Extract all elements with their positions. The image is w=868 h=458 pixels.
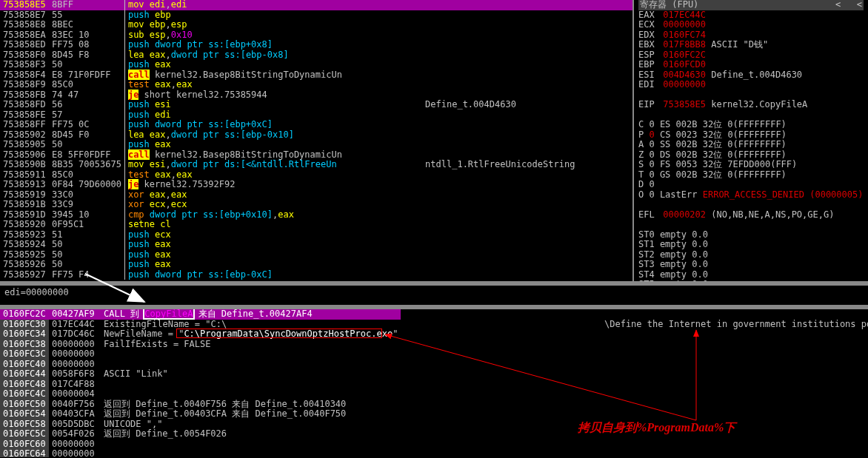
register-line: ST3 empty 0.0 <box>638 260 864 270</box>
disasm-row[interactable]: 753858E58BFFmov edi,edi <box>0 0 632 10</box>
stack-row[interactable]: 0160FC3C00000000 <box>0 349 401 360</box>
stack-row[interactable]: 0160FC58005D5DBCUNICODE "," <box>0 420 401 430</box>
disassembly-pane[interactable]: 753858E58BFFmov edi,edi753858E755push eb… <box>0 0 632 281</box>
stack-row[interactable]: 0160FC5C0054F026返回到 Define_t.0054F026 <box>0 429 401 440</box>
register-line <box>638 200 864 210</box>
register-line: D 0 <box>638 180 864 190</box>
register-line: EIP 753858E5 kernel32.CopyFileA <box>638 100 864 110</box>
disasm-row[interactable]: 753858FD56push esiDefine_t.004D4630 <box>0 100 632 110</box>
register-line: C 0 ES 002B 32位 0(FFFFFFFF) <box>638 120 864 130</box>
register-line <box>638 110 864 121</box>
register-line: T 0 GS 002B 32位 0(FFFFFFFF) <box>638 170 864 181</box>
disasm-row[interactable]: 75385906E8 5FF0FDFFcall kernel32.Basep8B… <box>0 150 632 161</box>
stack-row[interactable]: 0160FC6400000000 <box>0 449 401 457</box>
stack-pane[interactable]: 0160FC2C00427AF9CALL 到 CopyFileA 来自 Defi… <box>0 309 868 457</box>
disasm-row[interactable]: 7538592650push eax <box>0 260 632 270</box>
register-line: Z 0 DS 002B 32位 0(FFFFFFFF) <box>638 150 864 161</box>
register-line: EBX 017F8BB8 ASCII "D钱" <box>638 40 864 50</box>
disasm-row[interactable]: 753858EDFF75 08push dword ptr ss:[ebp+0x… <box>0 40 632 50</box>
stack-row[interactable]: 0160FC5400403CFA返回到 Define_t.00403CFA 来自… <box>0 409 401 420</box>
disasm-row[interactable]: 753859028D45 F0lea eax,dword ptr ss:[ebp… <box>0 130 632 141</box>
register-line: EAX 017EC44C <box>638 10 864 21</box>
disasm-row[interactable]: 7538592550push eax <box>0 250 632 260</box>
svg-line-0 <box>385 334 696 420</box>
highlight-box-newfilename <box>176 329 382 338</box>
register-line <box>638 220 864 230</box>
stack-row[interactable]: 0160FC4C00000004 <box>0 389 401 400</box>
disasm-row[interactable]: 753859200F95C1setne cl <box>0 220 632 230</box>
disasm-row[interactable]: 75385927FF75 F4push dword ptr ss:[ebp-0x… <box>0 270 632 280</box>
register-line: ST2 empty 0.0 <box>638 250 864 260</box>
register-line: ST0 empty 0.0 <box>638 230 864 240</box>
register-line: O 0 LastErr ERROR_ACCESS_DENIED (0000000… <box>638 190 864 201</box>
disasm-row[interactable]: 753858F4E8 71F0FDFFcall kernel32.Basep8B… <box>0 70 632 81</box>
register-line: A 0 SS 002B 32位 0(FFFFFFFF) <box>638 140 864 150</box>
disasm-row[interactable]: 753859130F84 79D60000je kernel32.75392F9… <box>0 180 632 190</box>
disasm-row[interactable]: 753858E88BECmov ebp,esp <box>0 20 632 30</box>
disasm-row[interactable]: 753858F350push eax <box>0 60 632 70</box>
stack-row[interactable]: 0160FC440058F6F8ASCII "Link" <box>0 369 401 380</box>
disasm-row[interactable]: 753858FB74 47je short kernel32.75385944 <box>0 90 632 101</box>
register-line: ST5 empty 0.0 <box>638 280 864 281</box>
disasm-row[interactable]: 7538591B33C9xor ecx,ecx <box>0 200 632 210</box>
disasm-row[interactable]: 753858E755push ebp <box>0 10 632 21</box>
disasm-row[interactable]: 753858FFFF75 0Cpush dword ptr ss:[ebp+0x… <box>0 120 632 130</box>
register-line: EFL 00000202 (NO,NB,NE,A,NS,PO,GE,G) <box>638 210 864 220</box>
stack-row[interactable]: 0160FC3800000000FailIfExists = FALSE <box>0 340 401 350</box>
register-line: EDI 00000000 <box>638 80 864 90</box>
disasm-row[interactable]: 7538590550push eax <box>0 140 632 150</box>
disasm-row[interactable]: 7538591185C0test eax,eax <box>0 170 632 181</box>
red-annotation-text: 拷贝自身到%ProgramData%下 <box>578 420 735 436</box>
register-line: EDX 0160FC74 <box>638 30 864 41</box>
disasm-row[interactable]: 7538591933C0xor eax,eax <box>0 190 632 201</box>
stack-row[interactable]: 0160FC6000000000 <box>0 440 401 450</box>
register-line: ECX 00000000 <box>638 20 864 30</box>
register-line: ST1 empty 0.0 <box>638 240 864 250</box>
stack-row[interactable]: 0160FC30017EC44CExistingFileName = "C:\\… <box>0 320 401 330</box>
stack-row[interactable]: 0160FC4000000000 <box>0 360 401 370</box>
disasm-row[interactable]: 753858F985C0test eax,eax <box>0 80 632 90</box>
register-line <box>638 90 864 101</box>
registers-pane[interactable]: 寄存器 (FPU)< < EAX 017EC44C ECX 00000000 E… <box>634 0 868 281</box>
disasm-row[interactable]: 7538590B8B35 70053675mov esi,dword ptr d… <box>0 160 632 170</box>
stack-row[interactable]: 0160FC48017C4F88 <box>0 380 401 390</box>
disasm-row[interactable]: 7538592351push ecx <box>0 230 632 240</box>
register-line: ESI 004D4630 Define_t.004D4630 <box>638 70 864 81</box>
disasm-row[interactable]: 7538592450push eax <box>0 240 632 250</box>
registers-title: 寄存器 (FPU)< < <box>638 0 864 10</box>
register-line: S 0 FS 0053 32位 7EFDD000(FFF) <box>638 160 864 170</box>
disasm-row[interactable]: 753858EA83EC 10sub esp,0x10 <box>0 30 632 41</box>
register-line: ST4 empty 0.0 <box>638 270 864 280</box>
stack-row[interactable]: 0160FC500040F756返回到 Define_t.0040F756 来自… <box>0 400 401 410</box>
disasm-row[interactable]: 753858F08D45 F8lea eax,dword ptr ss:[ebp… <box>0 50 632 61</box>
info-line: edi=00000000 <box>0 286 868 305</box>
disasm-row[interactable]: 7538591D3945 10cmp dword ptr ss:[ebp+0x1… <box>0 210 632 220</box>
register-line: P 0 CS 0023 32位 0(FFFFFFFF) <box>638 130 864 141</box>
highlight-box-copyfilea <box>143 309 195 320</box>
disasm-row[interactable]: 753858FE57push edi <box>0 110 632 121</box>
stack-row[interactable]: 0160FC2C00427AF9CALL 到 CopyFileA 来自 Defi… <box>0 309 401 320</box>
register-line: EBP 0160FCD0 <box>638 60 864 70</box>
register-line: ESP 0160FC2C <box>638 50 864 61</box>
